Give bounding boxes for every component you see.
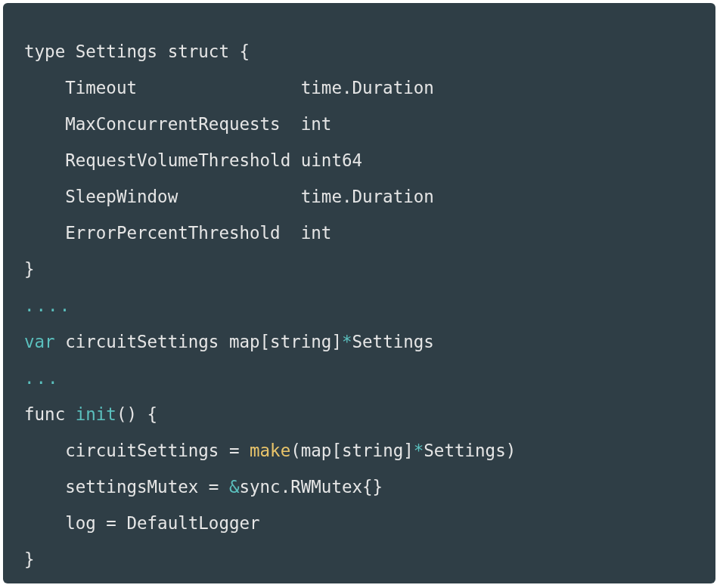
rhs: DefaultLogger xyxy=(126,513,259,533)
field-type: uint64 xyxy=(301,150,362,170)
eq: = xyxy=(198,477,229,497)
brace-close: } xyxy=(24,259,35,279)
parens: () xyxy=(116,404,137,424)
indent xyxy=(24,187,65,206)
indent xyxy=(24,441,65,460)
field-type: time.Duration xyxy=(301,78,434,97)
indent xyxy=(24,513,65,533)
var-name: circuitSettings xyxy=(65,332,219,351)
lhs: settingsMutex xyxy=(65,477,198,497)
line-field-1: MaxConcurrentRequests int xyxy=(24,114,331,134)
builtin-make: make xyxy=(250,441,290,460)
line-func-decl: func init() { xyxy=(24,404,157,424)
field-type: int xyxy=(301,223,332,243)
amp-operator: & xyxy=(229,477,240,497)
keyword-var: var xyxy=(24,332,55,351)
line-var-decl: var circuitSettings map[string]*Settings xyxy=(24,332,434,351)
indent xyxy=(24,150,65,170)
func-name: init xyxy=(76,404,116,424)
ellipsis: ... xyxy=(24,368,60,388)
code-block: type Settings struct { Timeout time.Dura… xyxy=(3,3,715,583)
args-suffix: Settings) xyxy=(424,441,516,460)
line-field-4: ErrorPercentThreshold int xyxy=(24,223,331,243)
var-type-prefix: map[string] xyxy=(229,332,342,351)
line-body-2: log = DefaultLogger xyxy=(24,513,260,533)
line-body-0: circuitSettings = make(map[string]*Setti… xyxy=(24,441,516,460)
line-struct-decl: type Settings struct { xyxy=(24,42,250,61)
args-prefix: (map[string] xyxy=(290,441,414,460)
brace-close: } xyxy=(24,549,35,569)
indent xyxy=(24,223,65,243)
field-name: ErrorPercentThreshold xyxy=(65,223,301,243)
brace-open: { xyxy=(239,42,250,61)
lhs: circuitSettings xyxy=(65,441,219,460)
field-name: MaxConcurrentRequests xyxy=(65,114,301,134)
ellipsis: .... xyxy=(24,296,71,315)
field-name: Timeout xyxy=(65,78,301,97)
indent xyxy=(24,114,65,134)
field-name: SleepWindow xyxy=(65,187,301,206)
indent xyxy=(24,78,65,97)
star-operator: * xyxy=(342,332,352,351)
field-name: RequestVolumeThreshold xyxy=(65,150,301,170)
brace-open: { xyxy=(147,404,158,424)
keyword-struct: struct xyxy=(168,42,229,61)
star-operator: * xyxy=(414,441,424,460)
indent xyxy=(24,477,65,497)
keyword-func: func xyxy=(24,404,65,424)
line-field-3: SleepWindow time.Duration xyxy=(24,187,434,206)
eq: = xyxy=(219,441,250,460)
rhs: sync.RWMutex{} xyxy=(239,477,383,497)
keyword-type: type xyxy=(24,42,65,61)
line-body-1: settingsMutex = &sync.RWMutex{} xyxy=(24,477,383,497)
field-type: time.Duration xyxy=(301,187,434,206)
var-type-suffix: Settings xyxy=(352,332,434,351)
field-type: int xyxy=(301,114,332,134)
lhs: log xyxy=(65,513,96,533)
eq: = xyxy=(96,513,127,533)
line-field-0: Timeout time.Duration xyxy=(24,78,434,97)
line-field-2: RequestVolumeThreshold uint64 xyxy=(24,150,362,170)
struct-name: Settings xyxy=(76,42,157,61)
